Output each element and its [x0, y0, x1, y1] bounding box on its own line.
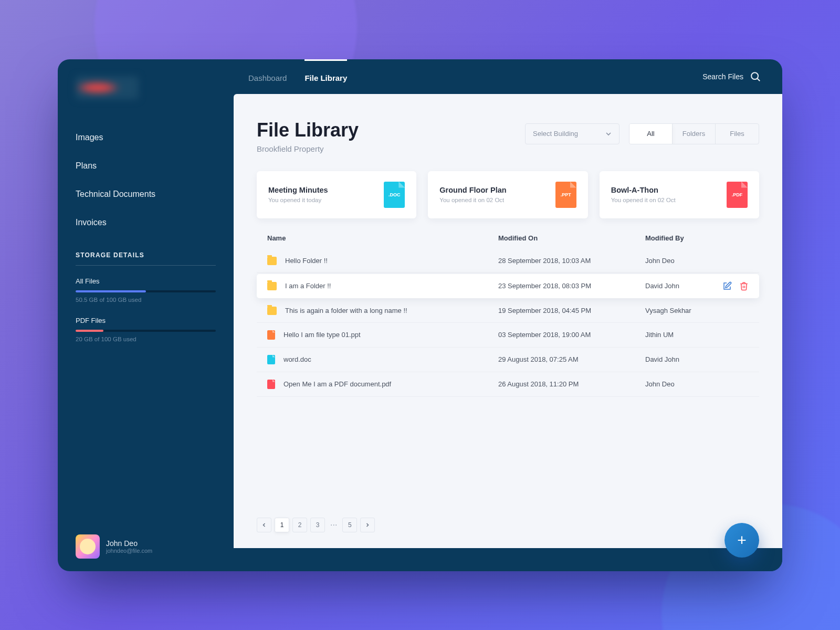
tab-dashboard[interactable]: Dashboard	[248, 59, 287, 94]
card-title: Bowl-A-Thon	[611, 186, 727, 194]
card-sub: You opened it on 02 Oct	[611, 197, 727, 203]
storage-details: STORAGE DETAILS All Files 50.5 GB of 100…	[58, 237, 234, 356]
storage-sub: 50.5 GB of 100 GB used	[76, 297, 216, 303]
tabs: DashboardFile Library	[248, 59, 347, 94]
svg-point-0	[751, 72, 758, 79]
row-by: Jithin UM	[645, 331, 707, 339]
add-fab[interactable]: +	[724, 523, 759, 558]
sidebar-item-invoices[interactable]: Invoices	[76, 208, 234, 237]
card-sub: You opened it on 02 Oct	[439, 197, 555, 203]
row-by: Vysagh Sekhar	[645, 307, 707, 314]
col-by: Modified By	[645, 234, 749, 242]
file-icon	[267, 330, 275, 340]
table-row[interactable]: This is again a folder with a long name …	[257, 299, 759, 323]
search-label: Search Files	[702, 72, 743, 81]
row-name: Hello I am file type 01.ppt	[284, 331, 361, 339]
folder-icon	[267, 257, 277, 265]
page-3[interactable]: 3	[310, 518, 325, 532]
col-name: Name	[267, 234, 498, 242]
table-row[interactable]: word.doc 29 August 2018, 07:25 AM David …	[257, 348, 759, 372]
search-icon	[750, 71, 761, 82]
row-modified: 26 August 2018, 11:20 PM	[498, 380, 645, 388]
user-profile[interactable]: John Deo johndeo@file.com	[58, 534, 234, 559]
sidebar: ImagesPlansTechnical DocumentsInvoices S…	[58, 59, 234, 571]
table-row[interactable]: Hello I am file type 01.ppt 03 September…	[257, 323, 759, 348]
file-table: Name Modified On Modified By Hello Folde…	[257, 234, 759, 508]
folder-icon	[267, 307, 277, 315]
footer-strip	[234, 548, 782, 571]
storage-label: PDF Files	[76, 317, 216, 324]
sidebar-item-plans[interactable]: Plans	[76, 152, 234, 180]
filter-all[interactable]: All	[629, 124, 673, 144]
storage-bar	[76, 330, 216, 332]
row-modified: 28 September 2018, 10:03 AM	[498, 257, 645, 265]
chevron-down-icon	[605, 131, 612, 137]
app-logo	[76, 76, 139, 99]
recent-card[interactable]: Ground Floor Plan You opened it on 02 Oc…	[428, 171, 587, 218]
row-by: David John	[645, 355, 707, 363]
topbar: DashboardFile Library Search Files	[234, 59, 782, 94]
card-title: Ground Floor Plan	[439, 186, 555, 194]
user-email: johndeo@file.com	[106, 548, 152, 554]
page-5[interactable]: 5	[342, 518, 357, 532]
select-building-label: Select Building	[533, 130, 578, 138]
table-row[interactable]: I am a Folder !! 23 September 2018, 08:0…	[257, 274, 759, 298]
card-title: Meeting Minutes	[268, 186, 384, 194]
sidebar-item-images[interactable]: Images	[76, 123, 234, 152]
storage-sections: All Files 50.5 GB of 100 GB usedPDF File…	[76, 277, 216, 342]
row-name: I am a Folder !!	[285, 282, 331, 290]
page-2[interactable]: 2	[292, 518, 307, 532]
select-building-dropdown[interactable]: Select Building	[525, 123, 620, 144]
row-name: Open Me I am a PDF document.pdf	[284, 380, 391, 388]
svg-line-1	[758, 78, 760, 81]
file-icon	[267, 355, 275, 364]
app-window: ImagesPlansTechnical DocumentsInvoices S…	[58, 59, 782, 571]
storage-section: PDF Files 20 GB of 100 GB used	[76, 317, 216, 342]
file-type-icon: .PDF	[727, 182, 748, 208]
recent-card[interactable]: Meeting Minutes You opened it today .DOC	[257, 171, 416, 218]
page-title: File Library	[257, 119, 359, 141]
row-by: David John	[645, 282, 707, 290]
row-by: John Deo	[645, 257, 707, 265]
edit-icon[interactable]	[722, 281, 732, 291]
sidebar-nav: ImagesPlansTechnical DocumentsInvoices	[58, 123, 234, 237]
storage-sub: 20 GB of 100 GB used	[76, 336, 216, 342]
row-name: This is again a folder with a long name …	[285, 307, 407, 314]
page-1[interactable]: 1	[275, 518, 289, 532]
row-name: word.doc	[284, 355, 311, 363]
col-modified: Modified On	[498, 234, 645, 242]
file-type-icon: .PPT	[555, 182, 576, 208]
folder-icon	[267, 282, 277, 290]
recent-card[interactable]: Bowl-A-Thon You opened it on 02 Oct .PDF	[600, 171, 759, 218]
row-name: Hello Folder !!	[285, 257, 328, 265]
tab-file-library[interactable]: File Library	[304, 59, 347, 94]
search[interactable]: Search Files	[702, 71, 761, 82]
file-type-icon: .DOC	[384, 182, 405, 208]
storage-section: All Files 50.5 GB of 100 GB used	[76, 277, 216, 303]
content: File Library Brookfield Property Select …	[234, 94, 782, 548]
page-prev[interactable]	[257, 518, 271, 532]
storage-bar	[76, 290, 216, 292]
row-modified: 03 September 2018, 19:00 AM	[498, 331, 645, 339]
storage-label: All Files	[76, 277, 216, 285]
row-modified: 29 August 2018, 07:25 AM	[498, 355, 645, 363]
sidebar-item-tech-docs[interactable]: Technical Documents	[76, 180, 234, 208]
file-icon	[267, 380, 275, 389]
pagination: 123···5	[257, 518, 759, 532]
delete-icon[interactable]	[739, 281, 749, 291]
table-body: Hello Folder !! 28 September 2018, 10:03…	[257, 249, 759, 397]
plus-icon: +	[737, 531, 747, 549]
card-sub: You opened it today	[268, 197, 384, 203]
page-next[interactable]	[360, 518, 375, 532]
filter-files[interactable]: Files	[716, 124, 759, 144]
recent-cards: Meeting Minutes You opened it today .DOC…	[257, 171, 759, 218]
table-row[interactable]: Hello Folder !! 28 September 2018, 10:03…	[257, 249, 759, 273]
user-name: John Deo	[106, 539, 152, 548]
filter-folders[interactable]: Folders	[673, 124, 716, 144]
table-row[interactable]: Open Me I am a PDF document.pdf 26 Augus…	[257, 372, 759, 397]
row-modified: 19 September 2018, 04:45 PM	[498, 307, 645, 314]
row-by: John Deo	[645, 380, 707, 388]
main: DashboardFile Library Search Files File …	[234, 59, 782, 571]
filter-group: AllFoldersFiles	[629, 123, 759, 144]
storage-title: STORAGE DETAILS	[76, 251, 216, 266]
